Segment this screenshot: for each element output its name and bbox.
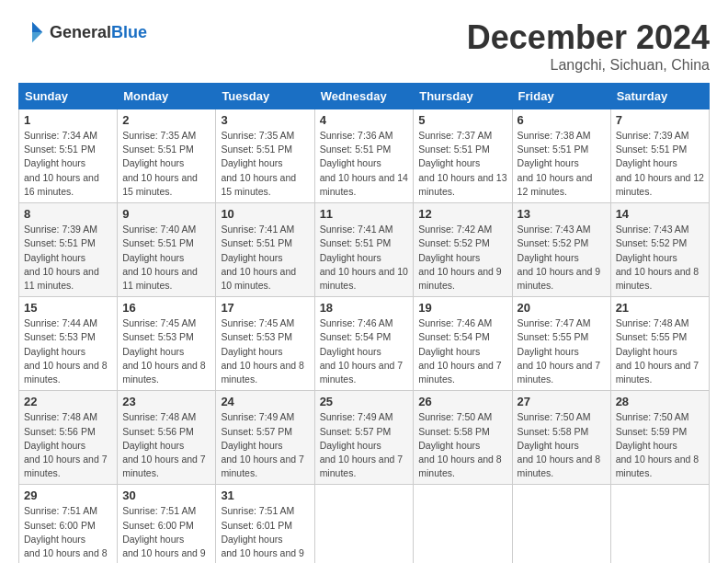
calendar-cell: 6Sunrise: 7:38 AMSunset: 5:51 PMDaylight… (512, 109, 610, 203)
weekday-header-friday: Friday (512, 84, 610, 109)
day-info: Sunrise: 7:45 AMSunset: 5:53 PMDaylight … (221, 316, 309, 386)
day-info: Sunrise: 7:36 AMSunset: 5:51 PMDaylight … (320, 129, 409, 199)
calendar-cell: 7Sunrise: 7:39 AMSunset: 5:51 PMDaylight… (610, 109, 709, 203)
day-info: Sunrise: 7:46 AMSunset: 5:54 PMDaylight … (418, 316, 506, 386)
day-number: 29 (24, 488, 112, 502)
calendar-cell: 17Sunrise: 7:45 AMSunset: 5:53 PMDayligh… (216, 297, 314, 391)
calendar-cell (414, 485, 512, 563)
weekday-header-sunday: Sunday (19, 84, 118, 109)
logo-general: General (50, 23, 111, 41)
calendar-cell: 14Sunrise: 7:43 AMSunset: 5:52 PMDayligh… (610, 203, 709, 297)
calendar-cell: 26Sunrise: 7:50 AMSunset: 5:58 PMDayligh… (414, 391, 512, 485)
calendar-cell: 21Sunrise: 7:48 AMSunset: 5:55 PMDayligh… (610, 297, 709, 391)
calendar-cell (512, 485, 610, 563)
day-info: Sunrise: 7:48 AMSunset: 5:55 PMDaylight … (616, 316, 704, 386)
day-info: Sunrise: 7:39 AMSunset: 5:51 PMDaylight … (24, 223, 112, 293)
weekday-header-row: SundayMondayTuesdayWednesdayThursdayFrid… (19, 84, 710, 109)
day-info: Sunrise: 7:41 AMSunset: 5:51 PMDaylight … (320, 223, 409, 293)
calendar-cell: 13Sunrise: 7:43 AMSunset: 5:52 PMDayligh… (512, 203, 610, 297)
logo-blue: Blue (111, 23, 147, 41)
day-info: Sunrise: 7:48 AMSunset: 5:56 PMDaylight … (24, 410, 112, 480)
calendar-table: SundayMondayTuesdayWednesdayThursdayFrid… (18, 83, 710, 563)
calendar-cell: 19Sunrise: 7:46 AMSunset: 5:54 PMDayligh… (414, 297, 512, 391)
day-info: Sunrise: 7:35 AMSunset: 5:51 PMDaylight … (221, 129, 309, 199)
day-number: 16 (122, 301, 210, 315)
day-number: 27 (518, 395, 606, 408)
day-info: Sunrise: 7:51 AMSunset: 6:00 PMDaylight … (24, 504, 112, 563)
weekday-header-thursday: Thursday (414, 84, 512, 109)
day-info: Sunrise: 7:41 AMSunset: 5:51 PMDaylight … (221, 223, 309, 293)
calendar-cell (610, 485, 709, 563)
day-number: 11 (320, 207, 409, 221)
day-number: 7 (616, 113, 704, 127)
title-block: December 2024 Langchi, Sichuan, China (467, 18, 710, 74)
calendar-week-2: 8Sunrise: 7:39 AMSunset: 5:51 PMDaylight… (19, 203, 710, 297)
calendar-week-5: 29Sunrise: 7:51 AMSunset: 6:00 PMDayligh… (19, 485, 710, 563)
calendar-cell: 28Sunrise: 7:50 AMSunset: 5:59 PMDayligh… (610, 391, 709, 485)
calendar-cell: 11Sunrise: 7:41 AMSunset: 5:51 PMDayligh… (314, 203, 414, 297)
logo: GeneralBlue (18, 18, 147, 46)
day-number: 30 (122, 488, 210, 502)
day-number: 15 (24, 301, 112, 315)
day-number: 1 (24, 113, 112, 127)
calendar-cell: 15Sunrise: 7:44 AMSunset: 5:53 PMDayligh… (19, 297, 118, 391)
day-info: Sunrise: 7:45 AMSunset: 5:53 PMDaylight … (122, 316, 210, 386)
day-number: 13 (518, 207, 606, 221)
month-title: December 2024 (467, 18, 710, 57)
calendar-cell: 2Sunrise: 7:35 AMSunset: 5:51 PMDaylight… (118, 109, 216, 203)
svg-marker-0 (32, 22, 42, 32)
day-number: 12 (418, 207, 506, 221)
day-info: Sunrise: 7:40 AMSunset: 5:51 PMDaylight … (122, 223, 210, 293)
day-number: 24 (221, 395, 309, 408)
day-number: 18 (320, 301, 409, 315)
day-info: Sunrise: 7:50 AMSunset: 5:59 PMDaylight … (616, 410, 704, 480)
calendar-cell: 20Sunrise: 7:47 AMSunset: 5:55 PMDayligh… (512, 297, 610, 391)
logo-icon (18, 18, 46, 46)
day-info: Sunrise: 7:34 AMSunset: 5:51 PMDaylight … (24, 129, 112, 199)
calendar-cell: 23Sunrise: 7:48 AMSunset: 5:56 PMDayligh… (118, 391, 216, 485)
day-number: 21 (616, 301, 704, 315)
day-number: 23 (122, 395, 210, 408)
calendar-cell: 18Sunrise: 7:46 AMSunset: 5:54 PMDayligh… (314, 297, 414, 391)
day-number: 3 (221, 113, 309, 127)
day-number: 22 (24, 395, 112, 408)
day-info: Sunrise: 7:51 AMSunset: 6:00 PMDaylight … (122, 504, 210, 563)
day-info: Sunrise: 7:50 AMSunset: 5:58 PMDaylight … (518, 410, 606, 480)
day-number: 28 (616, 395, 704, 408)
calendar-cell: 22Sunrise: 7:48 AMSunset: 5:56 PMDayligh… (19, 391, 118, 485)
day-info: Sunrise: 7:47 AMSunset: 5:55 PMDaylight … (518, 316, 606, 386)
calendar-cell: 12Sunrise: 7:42 AMSunset: 5:52 PMDayligh… (414, 203, 512, 297)
calendar-cell: 24Sunrise: 7:49 AMSunset: 5:57 PMDayligh… (216, 391, 314, 485)
calendar-cell: 8Sunrise: 7:39 AMSunset: 5:51 PMDaylight… (19, 203, 118, 297)
day-info: Sunrise: 7:38 AMSunset: 5:51 PMDaylight … (518, 129, 606, 199)
day-info: Sunrise: 7:46 AMSunset: 5:54 PMDaylight … (320, 316, 409, 386)
calendar-week-4: 22Sunrise: 7:48 AMSunset: 5:56 PMDayligh… (19, 391, 710, 485)
day-info: Sunrise: 7:50 AMSunset: 5:58 PMDaylight … (418, 410, 506, 480)
calendar-cell: 3Sunrise: 7:35 AMSunset: 5:51 PMDaylight… (216, 109, 314, 203)
day-info: Sunrise: 7:49 AMSunset: 5:57 PMDaylight … (320, 410, 409, 480)
calendar-week-3: 15Sunrise: 7:44 AMSunset: 5:53 PMDayligh… (19, 297, 710, 391)
calendar-cell: 4Sunrise: 7:36 AMSunset: 5:51 PMDaylight… (314, 109, 414, 203)
day-info: Sunrise: 7:44 AMSunset: 5:53 PMDaylight … (24, 316, 112, 386)
calendar-cell (314, 485, 414, 563)
day-number: 17 (221, 301, 309, 315)
day-number: 4 (320, 113, 409, 127)
calendar-cell: 25Sunrise: 7:49 AMSunset: 5:57 PMDayligh… (314, 391, 414, 485)
day-info: Sunrise: 7:43 AMSunset: 5:52 PMDaylight … (518, 223, 606, 293)
location-title: Langchi, Sichuan, China (467, 57, 710, 74)
day-number: 19 (418, 301, 506, 315)
day-info: Sunrise: 7:49 AMSunset: 5:57 PMDaylight … (221, 410, 309, 480)
calendar-cell: 5Sunrise: 7:37 AMSunset: 5:51 PMDaylight… (414, 109, 512, 203)
day-number: 26 (418, 395, 506, 408)
weekday-header-wednesday: Wednesday (314, 84, 414, 109)
calendar-cell: 27Sunrise: 7:50 AMSunset: 5:58 PMDayligh… (512, 391, 610, 485)
day-number: 14 (616, 207, 704, 221)
weekday-header-saturday: Saturday (610, 84, 709, 109)
calendar-cell: 31Sunrise: 7:51 AMSunset: 6:01 PMDayligh… (216, 485, 314, 563)
weekday-header-tuesday: Tuesday (216, 84, 314, 109)
day-info: Sunrise: 7:51 AMSunset: 6:01 PMDaylight … (221, 504, 309, 563)
calendar-week-1: 1Sunrise: 7:34 AMSunset: 5:51 PMDaylight… (19, 109, 710, 203)
day-info: Sunrise: 7:48 AMSunset: 5:56 PMDaylight … (122, 410, 210, 480)
day-number: 25 (320, 395, 409, 408)
calendar-cell: 1Sunrise: 7:34 AMSunset: 5:51 PMDaylight… (19, 109, 118, 203)
